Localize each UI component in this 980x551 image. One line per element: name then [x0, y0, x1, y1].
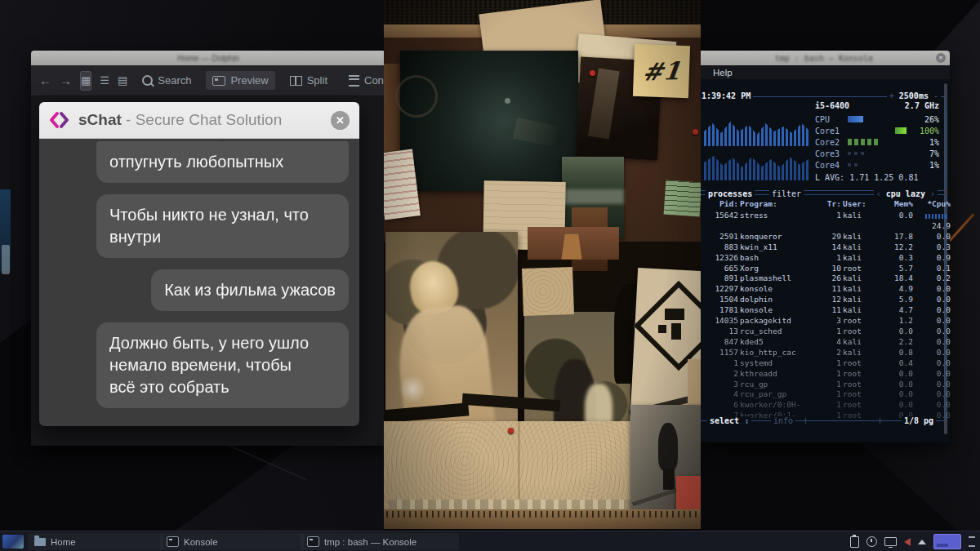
search-button[interactable]: Search: [136, 71, 198, 90]
terminal-window: tmp : bash — Konsole ✕ Help 1:39:42 PM +…: [698, 51, 950, 442]
chat-close-button[interactable]: ✕: [331, 111, 350, 130]
process-row: 6 kworker/0:0H- 1 root 0.0 0.0: [701, 400, 944, 411]
konsole-icon: [307, 536, 319, 547]
sort-label: cpu lazy: [886, 189, 925, 198]
terminal-title: tmp : bash — Konsole: [775, 54, 873, 63]
preview-button[interactable]: Preview: [206, 71, 274, 90]
forward-icon[interactable]: →: [60, 73, 72, 87]
meter-bar: [848, 139, 906, 145]
col-threads[interactable]: Tr:: [822, 199, 841, 210]
meter-bar: [848, 116, 906, 122]
interval-minus[interactable]: -: [933, 91, 938, 100]
meter-bar: [848, 150, 906, 157]
folder-icon: [34, 538, 46, 546]
processes-box: processes filter ‹ cpu lazy › Pid: Progr…: [700, 194, 945, 421]
load-average: L AVG: 1.71 1.25 0.81: [815, 173, 918, 182]
taskbar-item-tmp-bash-konsole[interactable]: tmp : bash — Konsole: [301, 533, 459, 550]
terminal-titlebar[interactable]: tmp : bash — Konsole ✕: [698, 51, 950, 65]
meter-bar: [848, 162, 906, 168]
cpu-box: 1:39:42 PM + 2500ms - i5-6400 2.7 GHz CP…: [700, 96, 945, 191]
caret-up-icon[interactable]: [918, 540, 926, 544]
meter-value: 1%: [911, 161, 939, 170]
cpu-meter-row: Core1 100%: [815, 125, 939, 136]
hamburger-icon: [349, 75, 359, 87]
process-row: 1781 konsole 11 kali 4.7 0.0: [701, 305, 944, 316]
meter-label: Core2: [815, 138, 848, 147]
chat-bubble: Чтобы никто не узнал, что внутри: [96, 194, 349, 258]
schat-logo-icon: [49, 110, 70, 130]
select-control[interactable]: select ↕: [707, 416, 751, 426]
process-row: 1504 dolphin 12 kali 5.9 0.0: [701, 295, 944, 305]
app-launcher-icon[interactable]: [2, 535, 24, 549]
interval-plus[interactable]: +: [889, 91, 894, 100]
select-label: select: [710, 416, 739, 425]
preview-label: Preview: [230, 74, 268, 87]
chat-bubble: отпугнуть любопытных: [96, 141, 349, 183]
file-manager-titlebar[interactable]: Home — Dolphin: [31, 51, 385, 65]
col-cpu[interactable]: *Cpu%: [915, 199, 951, 210]
process-scroll-track[interactable]: [805, 420, 880, 421]
process-row: 1157 kio_http_cac 2 kali 0.8 0.0: [701, 348, 944, 358]
split-button[interactable]: Split: [283, 71, 334, 90]
clock-icon[interactable]: [866, 536, 877, 547]
meter-value: 1%: [911, 138, 939, 147]
sort-control[interactable]: ‹ cpu lazy ›: [874, 189, 938, 199]
cpu-model: i5-6400: [815, 101, 849, 110]
col-pid[interactable]: Pid:: [704, 199, 738, 210]
compact-view-button[interactable]: ☰: [100, 71, 109, 91]
process-table-header: Pid: Program: Tr: User: Mem% *Cpu%: [701, 199, 944, 210]
cpu-meter-row: Core2 1%: [815, 136, 939, 148]
chat-app-name: sChat: [78, 111, 122, 128]
system-tray: [850, 531, 980, 551]
cpu-graph-strip: [704, 148, 810, 180]
terminal-close-button[interactable]: ✕: [936, 53, 946, 63]
meter-value: 7%: [911, 149, 939, 158]
clipboard-icon[interactable]: [850, 536, 859, 548]
meter-bar: [848, 127, 906, 134]
process-cpu-sparkline: [925, 214, 948, 219]
interval-value: 2500ms: [899, 91, 929, 100]
col-program[interactable]: Program:: [740, 199, 820, 210]
col-mem[interactable]: Mem%: [879, 199, 913, 210]
menu-help[interactable]: Help: [713, 68, 733, 78]
process-table-body[interactable]: 15642 stress 1 kali 0.0 24.9 2591 konque…: [701, 211, 944, 421]
panel-overflow-icon[interactable]: [969, 536, 975, 547]
wallpaper-teal-sliver: [0, 189, 11, 271]
icons-view-button[interactable]: ▦: [80, 71, 91, 91]
search-label: Search: [158, 74, 191, 87]
taskbar-item-konsole[interactable]: Konsole: [160, 533, 304, 550]
desktop: Home — Dolphin ← → ▦ ☰ ▤ Search Preview …: [0, 0, 980, 551]
taskbar-item-home[interactable]: Home: [28, 533, 163, 550]
wallpaper-light-blob: [2, 245, 10, 274]
cpu-meter-row: Core3 7%: [815, 148, 939, 159]
photo-vignette: [384, 0, 701, 551]
cpu-stats: i5-6400 2.7 GHz CPU 26% Core1: [815, 101, 939, 171]
process-row: 13 rcu_sched 1 root 0.0 0.0: [701, 327, 944, 337]
display-icon[interactable]: [884, 537, 897, 546]
volume-icon[interactable]: [904, 538, 911, 546]
file-manager-title: Home — Dolphin: [177, 54, 239, 63]
page-indicator: 1/8 pg: [902, 416, 936, 426]
col-user[interactable]: User:: [843, 199, 877, 210]
filter-control[interactable]: filter: [769, 189, 804, 199]
chat-message-area[interactable]: отпугнуть любопытных Чтобы никто не узна…: [39, 139, 359, 426]
file-manager-toolbar: ← → ▦ ☰ ▤ Search Preview Split Control: [31, 65, 385, 96]
pager-widget[interactable]: [933, 534, 961, 549]
meter-value: 26%: [911, 115, 939, 124]
process-row: 665 Xorg 10 root 5.7 0.1: [701, 264, 944, 274]
evidence-board-image[interactable]: #1: [384, 0, 701, 551]
taskbar-item-label: Home: [51, 537, 76, 547]
meter-label: Core3: [815, 149, 848, 158]
details-view-button[interactable]: ▤: [118, 71, 127, 91]
process-row: 12297 konsole 11 kali 4.9 0.0: [701, 284, 944, 295]
chat-titlebar[interactable]: sChat - Secure Chat Solution ✕: [39, 102, 359, 139]
process-row: 12326 bash 1 kali 0.3 0.9: [701, 253, 944, 264]
taskbar-item-label: tmp : bash — Konsole: [324, 537, 416, 547]
preview-icon: [212, 76, 225, 86]
process-row: 3 rcu_gp 1 root 0.0 0.0: [701, 380, 944, 390]
chat-bubble: Должно быть, у него ушло немало времени,…: [96, 322, 349, 408]
updown-arrows-icon: ↕: [744, 416, 749, 425]
info-control[interactable]: info: [771, 416, 795, 426]
back-icon[interactable]: ←: [39, 73, 51, 87]
cpu-meter-row: Core4 1%: [815, 159, 939, 171]
